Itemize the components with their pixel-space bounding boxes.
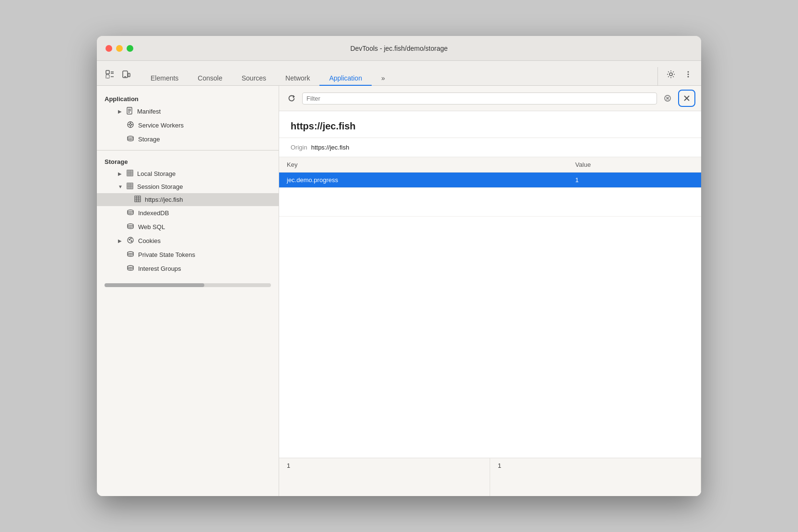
- idb-label: IndexedDB: [138, 209, 169, 217]
- svg-rect-33: [135, 196, 141, 202]
- origin-label: Origin: [291, 144, 307, 151]
- sidebar-item-indexeddb[interactable]: IndexedDB: [97, 206, 279, 220]
- sw-icon: [127, 121, 134, 130]
- application-section-label: Application: [97, 92, 279, 104]
- window-controls: [106, 45, 133, 52]
- ig-label: Interest Groups: [138, 265, 181, 272]
- ls-label: Local Storage: [137, 170, 176, 177]
- ls-arrow: ▶: [118, 171, 123, 176]
- tab-console[interactable]: Console: [188, 71, 232, 86]
- sidebar-divider-1: [97, 150, 279, 150]
- device-toolbar-button[interactable]: [119, 67, 133, 81]
- close-button[interactable]: [106, 45, 112, 52]
- svg-point-9: [688, 71, 689, 73]
- devtools-icon-buttons: [103, 67, 133, 85]
- ig-icon: [127, 264, 134, 273]
- svg-point-44: [128, 252, 133, 254]
- storage-app-label: Storage: [138, 136, 160, 143]
- minimize-button[interactable]: [116, 45, 123, 52]
- ss-label: Session Storage: [137, 183, 183, 190]
- panel-header: https://jec.fish: [279, 111, 701, 138]
- table-cell-value: 1: [568, 173, 701, 188]
- table-cell-empty-value: [568, 188, 701, 217]
- ps-label: Private State Tokens: [138, 251, 195, 258]
- tab-more[interactable]: »: [372, 71, 395, 86]
- sidebar-item-private-state[interactable]: Private State Tokens: [97, 248, 279, 262]
- title-bar: DevTools - jec.fish/demo/storage: [97, 36, 701, 61]
- origin-value: https://jec.fish: [311, 144, 349, 151]
- sidebar-item-web-sql[interactable]: Web SQL: [97, 220, 279, 234]
- sw-label: Service Workers: [138, 122, 184, 129]
- svg-point-17: [129, 124, 131, 126]
- sidebar-item-service-workers[interactable]: Service Workers: [97, 118, 279, 132]
- ck-icon: [127, 236, 134, 245]
- jf-icon: [134, 196, 141, 204]
- clear-filter-button[interactable]: [661, 92, 674, 105]
- sidebar: Application ▶ Manifest: [97, 86, 279, 496]
- delete-selected-button[interactable]: [678, 90, 695, 107]
- svg-point-10: [688, 74, 689, 75]
- svg-point-39: [128, 224, 133, 226]
- table-cell-key: jec.demo.progress: [279, 173, 568, 188]
- tab-network[interactable]: Network: [276, 71, 319, 86]
- bottom-key-index: 1: [279, 458, 490, 496]
- devtools-window: DevTools - jec.fish/demo/storage: [97, 36, 701, 496]
- ss-icon: [127, 183, 133, 191]
- sidebar-item-manifest[interactable]: ▶ Manifest: [97, 104, 279, 118]
- table-cell-empty-key: [279, 188, 568, 217]
- tab-bar: Elements Console Sources Network Applica…: [97, 61, 701, 86]
- filter-input[interactable]: [302, 93, 657, 104]
- svg-point-43: [130, 238, 131, 239]
- sidebar-item-local-storage[interactable]: ▶ Local Storage: [97, 167, 279, 180]
- svg-rect-23: [127, 170, 133, 176]
- svg-point-42: [131, 241, 132, 242]
- svg-rect-0: [106, 70, 109, 74]
- panel-title: https://jec.fish: [291, 121, 690, 132]
- main-content: Application ▶ Manifest: [97, 86, 701, 496]
- table-row-empty: [279, 188, 701, 217]
- sidebar-item-interest-groups[interactable]: Interest Groups: [97, 262, 279, 276]
- storage-table-container: Key Value jec.demo.progress 1: [279, 157, 701, 458]
- bottom-panel: 1 1: [279, 458, 701, 496]
- ws-icon: [127, 222, 134, 231]
- svg-point-41: [129, 239, 130, 240]
- storage-app-icon: [127, 135, 134, 144]
- tab-sources[interactable]: Sources: [232, 71, 276, 86]
- sidebar-item-jec-fish[interactable]: https://jec.fish: [97, 193, 279, 206]
- svg-rect-6: [128, 73, 130, 77]
- panel-content: https://jec.fish Origin https://jec.fish…: [279, 111, 701, 496]
- refresh-button[interactable]: [285, 92, 298, 105]
- window-title: DevTools - jec.fish/demo/storage: [350, 45, 447, 52]
- jf-label: https://jec.fish: [145, 196, 183, 203]
- sidebar-scroll-thumb: [105, 283, 204, 287]
- ss-arrow: ▼: [118, 184, 123, 189]
- sidebar-item-session-storage[interactable]: ▼ Session Storage: [97, 180, 279, 193]
- origin-row: Origin https://jec.fish: [279, 138, 701, 157]
- sidebar-scrollbar[interactable]: [105, 283, 271, 287]
- tab-elements[interactable]: Elements: [141, 71, 188, 86]
- settings-button[interactable]: [664, 67, 678, 81]
- svg-point-8: [669, 73, 672, 76]
- main-panel: https://jec.fish Origin https://jec.fish…: [279, 86, 701, 496]
- sidebar-item-storage-app[interactable]: Storage: [97, 132, 279, 146]
- manifest-label: Manifest: [137, 108, 161, 115]
- table-row[interactable]: jec.demo.progress 1: [279, 173, 701, 188]
- svg-point-40: [128, 237, 133, 243]
- svg-rect-1: [106, 75, 109, 78]
- panel-toolbar: [279, 86, 701, 111]
- svg-point-22: [128, 136, 133, 138]
- toolbar-right-icons: [657, 67, 695, 85]
- tab-application[interactable]: Application: [319, 71, 372, 86]
- svg-point-11: [688, 76, 689, 78]
- ck-arrow: ▶: [118, 238, 123, 243]
- more-options-button[interactable]: [681, 67, 695, 81]
- storage-table: Key Value jec.demo.progress 1: [279, 157, 701, 217]
- ps-icon: [127, 250, 134, 259]
- sidebar-item-cookies[interactable]: ▶ Cookies: [97, 234, 279, 248]
- col-header-value: Value: [568, 157, 701, 173]
- inspect-element-button[interactable]: [103, 67, 117, 81]
- bottom-value-index: 1: [490, 458, 701, 496]
- idb-icon: [127, 208, 134, 218]
- maximize-button[interactable]: [127, 45, 133, 52]
- col-header-key: Key: [279, 157, 568, 173]
